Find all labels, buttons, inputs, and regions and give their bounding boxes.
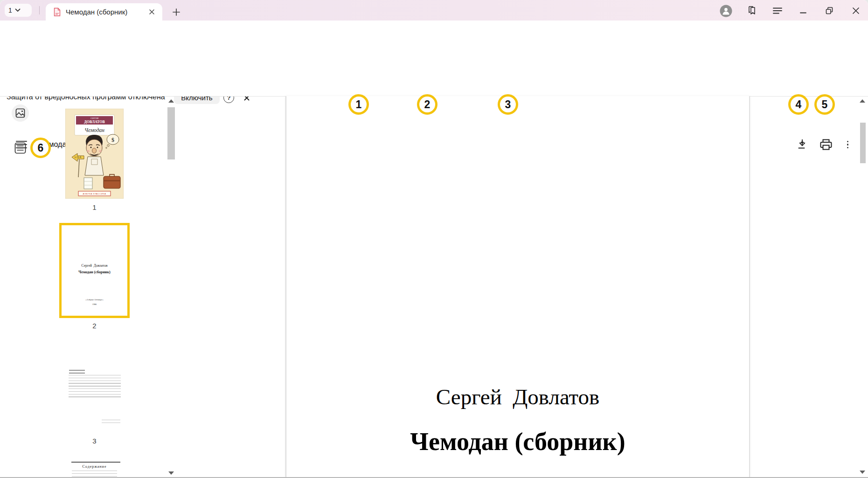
- tab-strip: 1 Чемодан (сборник): [0, 0, 868, 21]
- close-icon: [149, 9, 154, 14]
- browser-menu-button[interactable]: [771, 4, 785, 18]
- browser-window: 1 Чемодан (сборник): [0, 0, 868, 478]
- print-file-button[interactable]: [819, 138, 833, 152]
- pictures-icon: [15, 108, 25, 118]
- callout-4: 4: [788, 94, 809, 115]
- thumbnail-label-1[interactable]: 1: [65, 203, 124, 211]
- book-cover-art: СЕРГЕЙ ДОВЛАТОВ Чемодан $ U.S.A: [65, 109, 124, 199]
- tab-counter-button[interactable]: 1: [5, 4, 32, 17]
- thumbnail-page-4-partial[interactable]: Содержание: [65, 459, 124, 478]
- minimize-button[interactable]: [796, 4, 810, 18]
- callout-1: 1: [348, 94, 369, 115]
- thumb2-publisher: «Азбука-Аттикус»: [74, 298, 115, 301]
- callout-5: 5: [814, 94, 835, 115]
- svg-text:АЗБУКА КЛАССИКА: АЗБУКА КЛАССИКА: [83, 193, 106, 195]
- thumb3-heading-lines: [69, 370, 85, 374]
- user-avatar-icon: [720, 5, 732, 17]
- main-scrollbar-thumb[interactable]: [860, 123, 866, 163]
- sidebar-scrollbar[interactable]: [167, 96, 175, 478]
- collections-button[interactable]: [745, 4, 759, 18]
- thumb4-rule: [71, 462, 120, 463]
- pdf-page[interactable]: Сергей Довлатов Чемодан (сборник): [285, 96, 750, 478]
- chevron-down-icon: [15, 8, 21, 12]
- thumbnail-page-3[interactable]: [65, 367, 124, 438]
- scroll-up-arrow[interactable]: [168, 99, 174, 103]
- scroll-down-arrow[interactable]: [168, 471, 174, 475]
- callout-2: 2: [417, 94, 437, 115]
- callout-3: 3: [498, 94, 518, 115]
- main-scrollbar[interactable]: [858, 96, 867, 478]
- svg-text:Чемодан: Чемодан: [84, 127, 104, 133]
- thumbnail-page-2-selected[interactable]: Сергей Довлатов Чемодан (сборник) «Азбук…: [59, 223, 130, 318]
- menu-icon: [773, 7, 782, 14]
- pdf-file-icon: [53, 7, 61, 17]
- contents-list-icon: [14, 142, 26, 154]
- download-file-button[interactable]: [795, 138, 809, 152]
- tab-close-button[interactable]: [146, 7, 157, 17]
- bookmarks-collections-icon: [746, 5, 757, 16]
- scroll-down-arrow[interactable]: [860, 471, 865, 474]
- thumbnails-view-button[interactable]: [12, 104, 29, 122]
- download-icon: [797, 139, 807, 151]
- page-author-text: Сергей Довлатов: [286, 384, 749, 409]
- page-title-text: Чемодан (сборник): [286, 427, 749, 456]
- active-tab[interactable]: Чемодан (сборник): [46, 3, 162, 21]
- plus-icon: [173, 8, 180, 16]
- profile-avatar-button[interactable]: [719, 4, 733, 18]
- restore-window-button[interactable]: [822, 4, 836, 18]
- thumb4-heading: Содержание: [65, 464, 124, 469]
- outline-view-button[interactable]: [14, 142, 26, 154]
- tab-title: Чемодан (сборник): [66, 8, 142, 16]
- tab-separator: [39, 6, 40, 14]
- pdf-more-options-button[interactable]: [847, 139, 848, 150]
- svg-text:$: $: [111, 137, 114, 143]
- callout-6: 6: [30, 138, 51, 158]
- printer-icon: [819, 139, 833, 151]
- sidebar-scrollbar-thumb[interactable]: [167, 107, 175, 159]
- thumb3-copyright-lines: [102, 420, 120, 425]
- new-tab-button[interactable]: [169, 5, 184, 20]
- svg-text:ДОВЛАТОВ: ДОВЛАТОВ: [84, 120, 105, 124]
- close-window-button[interactable]: [849, 4, 863, 18]
- protect-warning-bar: Защита от вредоносных программ отключена…: [0, 43, 868, 66]
- minimize-icon: [799, 7, 807, 14]
- thumb3-paragraph-lines: [69, 375, 121, 398]
- thumb2-title: Чемодан (сборник): [62, 270, 127, 274]
- svg-text:СЕРГЕЙ: СЕРГЕЙ: [90, 117, 99, 119]
- thumbnail-label-2[interactable]: 2: [59, 322, 130, 330]
- scroll-up-arrow[interactable]: [860, 99, 865, 103]
- tab-counter-label: 1: [8, 7, 12, 14]
- close-icon: [852, 7, 860, 14]
- pdf-viewer-toolbar: Чемодан (сборник) 2 / 21 − 100% +: [0, 65, 868, 97]
- thumb4-toc-lines: [72, 471, 117, 478]
- thumbnail-page-1[interactable]: СЕРГЕЙ ДОВЛАТОВ Чемодан $ U.S.A: [65, 109, 124, 199]
- thumbnail-label-3[interactable]: 3: [65, 437, 124, 445]
- svg-text:U.S.A: U.S.A: [75, 156, 82, 159]
- thumb2-year: 1986: [76, 303, 114, 305]
- address-bar: Я file:///C:/Users/User/Downloads/Чемода…: [0, 21, 868, 44]
- restore-icon: [825, 7, 833, 15]
- thumb2-author: Сергей Довлатов: [62, 263, 127, 268]
